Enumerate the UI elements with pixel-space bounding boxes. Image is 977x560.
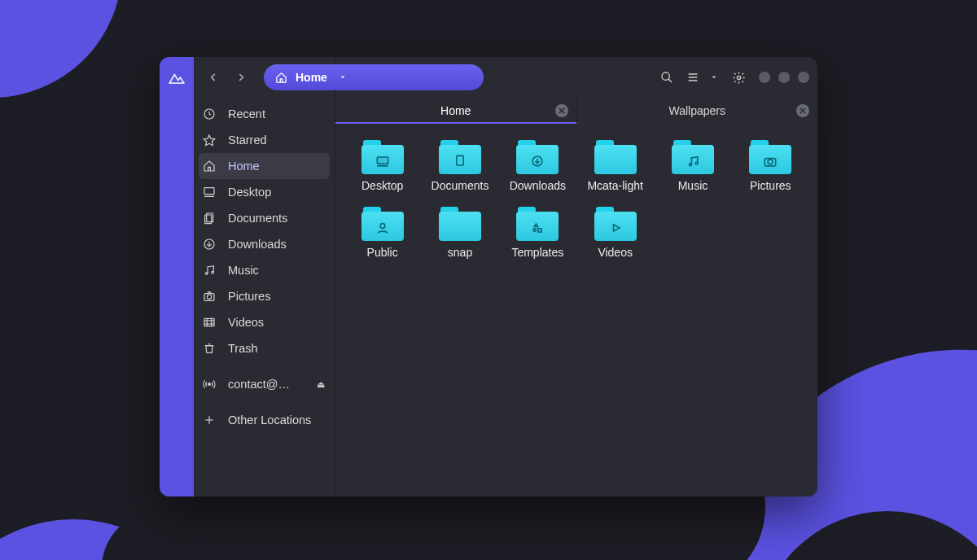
tab-home[interactable]: Home (335, 98, 577, 123)
svg-point-33 (690, 164, 692, 166)
sidebar-item-label: Downloads (228, 238, 325, 251)
folder-glyph-icon (361, 215, 404, 241)
tab-label: Home (440, 104, 471, 117)
home-icon (202, 160, 217, 173)
svg-rect-29 (377, 157, 388, 164)
svg-marker-7 (204, 135, 214, 146)
sidebar-item-recent[interactable]: Recent (194, 101, 335, 127)
clock-icon (202, 107, 217, 120)
back-button[interactable] (202, 66, 225, 89)
sidebar-item-label: Other Locations (228, 413, 325, 427)
sidebar-item-videos[interactable]: Videos (194, 309, 335, 335)
folder-label: Music (678, 179, 708, 192)
folder-glyph-icon (361, 148, 404, 174)
svg-rect-31 (457, 155, 463, 165)
desktop-icon (202, 186, 217, 199)
sidebar-item-music[interactable]: Music (194, 257, 335, 283)
search-button[interactable] (655, 65, 679, 90)
view-list-button[interactable] (684, 65, 702, 90)
svg-rect-39 (538, 229, 541, 232)
folder-glyph-icon (594, 148, 637, 174)
folder-glyph-icon (672, 148, 714, 174)
svg-point-13 (205, 273, 208, 275)
folder-icon (516, 207, 559, 241)
svg-point-5 (737, 76, 740, 79)
camera-icon (202, 290, 217, 303)
folder-label: Public (367, 246, 398, 259)
chevron-down-icon (339, 73, 347, 81)
home-icon (275, 72, 287, 84)
sidebar: RecentStarredHomeDesktopDocumentsDownloa… (194, 57, 335, 497)
folder-label: Documents (432, 179, 489, 192)
sidebar-item-downloads[interactable]: Downloads (194, 231, 335, 257)
svg-point-16 (207, 295, 211, 299)
file-manager-window: Home RecentStarredHomeDesktopDocumentsDo… (160, 57, 817, 497)
svg-rect-8 (204, 188, 214, 195)
folder-icon (516, 140, 559, 174)
tab-close-button[interactable] (555, 104, 568, 117)
folder-pictures[interactable]: Pictures (732, 137, 809, 195)
download-icon (202, 238, 217, 251)
music-icon (202, 264, 217, 277)
svg-point-14 (212, 271, 214, 273)
svg-line-1 (668, 79, 672, 82)
sidebar-item-trash[interactable]: Trash (194, 335, 335, 361)
sidebar-item-pictures[interactable]: Pictures (194, 283, 335, 309)
folder-downloads[interactable]: Downloads (499, 137, 576, 195)
folder-public[interactable]: Public (344, 203, 421, 262)
tab-wallpapers[interactable]: Wallpapers (577, 98, 818, 123)
folder-icon (439, 207, 481, 241)
folder-icon (361, 207, 404, 241)
sidebar-item-label: Trash (228, 342, 325, 355)
folder-mcata-light[interactable]: Mcata-light (576, 137, 654, 195)
sidebar-item-label: Documents (228, 212, 325, 225)
sidebar-item-label: Videos (228, 316, 325, 329)
trash-icon (202, 342, 217, 355)
tab-close-button[interactable] (796, 104, 809, 117)
path-bar[interactable]: Home (264, 64, 484, 90)
window-minimize-button[interactable] (759, 72, 770, 83)
folder-label: snap (448, 246, 472, 259)
tab-label: Wallpapers (668, 104, 725, 117)
folder-label: Pictures (750, 179, 791, 192)
content-area: DesktopDocumentsDownloadsMcata-lightMusi… (335, 124, 817, 497)
folder-label: Videos (598, 246, 633, 259)
settings-button[interactable] (726, 65, 751, 90)
svg-point-22 (208, 383, 211, 386)
folder-music[interactable]: Music (654, 137, 731, 195)
video-icon (202, 316, 217, 329)
forward-button[interactable] (230, 66, 252, 89)
window-maximize-button[interactable] (778, 72, 790, 83)
tab-bar: HomeWallpapers (335, 98, 817, 124)
sidebar-item-other-locations[interactable]: Other Locations (194, 407, 335, 433)
folder-desktop[interactable]: Desktop (344, 137, 421, 195)
sidebar-item-label: Home (228, 160, 320, 173)
view-dropdown-button[interactable] (707, 65, 721, 90)
eject-icon[interactable]: ⏏ (317, 379, 325, 390)
svg-point-36 (768, 160, 773, 164)
toolbar: Home (194, 57, 817, 98)
sidebar-item-contact-[interactable]: contact@…⏏ (194, 371, 335, 397)
window-close-button[interactable] (798, 72, 809, 83)
broadcast-icon (202, 378, 217, 391)
folder-documents[interactable]: Documents (421, 137, 498, 195)
sidebar-item-label: Music (228, 264, 325, 277)
accent-rail (160, 57, 194, 497)
bg-blob (102, 511, 216, 560)
folder-snap[interactable]: snap (421, 203, 498, 262)
folder-label: Templates (511, 246, 563, 259)
folder-templates[interactable]: Templates (499, 203, 576, 262)
folder-icon (672, 140, 714, 174)
folder-icon (439, 140, 481, 174)
svg-point-37 (380, 224, 385, 229)
svg-point-38 (533, 229, 536, 231)
folder-label: Desktop (361, 179, 403, 192)
sidebar-item-documents[interactable]: Documents (194, 205, 335, 231)
sidebar-item-desktop[interactable]: Desktop (194, 179, 335, 205)
sidebar-item-label: Desktop (228, 186, 325, 199)
folder-videos[interactable]: Videos (576, 203, 654, 262)
folder-glyph-icon (516, 215, 559, 241)
sidebar-item-home[interactable]: Home (199, 153, 330, 179)
folder-grid: DesktopDocumentsDownloadsMcata-lightMusi… (344, 137, 809, 262)
sidebar-item-starred[interactable]: Starred (194, 127, 335, 153)
